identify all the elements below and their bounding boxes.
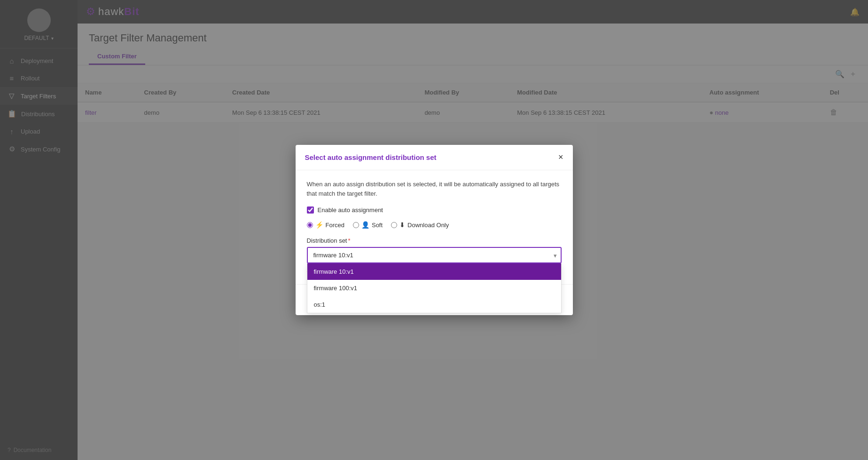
modal-overlay: Select auto assignment distribution set … [0,0,868,460]
modal-body: When an auto assign distribution set is … [296,170,573,280]
soft-label: Soft [372,222,383,229]
radio-forced[interactable] [307,222,313,228]
required-indicator: * [348,237,350,244]
download-only-label: Download Only [407,222,449,229]
modal-header: Select auto assignment distribution set … [296,145,573,170]
modal-dialog: Select auto assignment distribution set … [296,145,573,315]
dropdown-item-firmware-100-v1[interactable]: firmware 100:v1 [307,280,561,296]
modal-description: When an auto assign distribution set is … [307,180,562,198]
distribution-set-label: Distribution set* [307,237,562,244]
modal-close-button[interactable]: × [558,152,563,162]
dropdown-item-os-1[interactable]: os:1 [307,296,561,313]
download-icon: ⬇ [399,221,405,229]
forced-label: Forced [326,222,344,229]
distribution-dropdown-list: firmware 10:v1 firmware 100:v1 os:1 [307,263,562,313]
enable-auto-assignment-checkbox[interactable] [307,206,314,214]
lightning-icon: ⚡ [315,221,323,229]
radio-option-forced[interactable]: ⚡ Forced [307,221,344,229]
radio-download-only[interactable] [391,222,397,228]
distribution-set-input[interactable] [307,247,562,263]
assignment-mode-row: ⚡ Forced 👤 Soft ⬇ Download Only [307,221,562,229]
dropdown-item-firmware-10-v1[interactable]: firmware 10:v1 [307,263,561,280]
radio-option-download-only[interactable]: ⬇ Download Only [391,221,449,229]
enable-auto-assignment-row: Enable auto assignment [307,206,562,214]
radio-soft[interactable] [353,222,359,228]
distribution-dropdown-wrap: ▾ firmware 10:v1 firmware 100:v1 os:1 [307,247,562,263]
person-icon: 👤 [361,221,369,229]
radio-option-soft[interactable]: 👤 Soft [353,221,383,229]
enable-auto-assignment-label: Enable auto assignment [318,206,383,214]
modal-title: Select auto assignment distribution set [305,153,437,161]
